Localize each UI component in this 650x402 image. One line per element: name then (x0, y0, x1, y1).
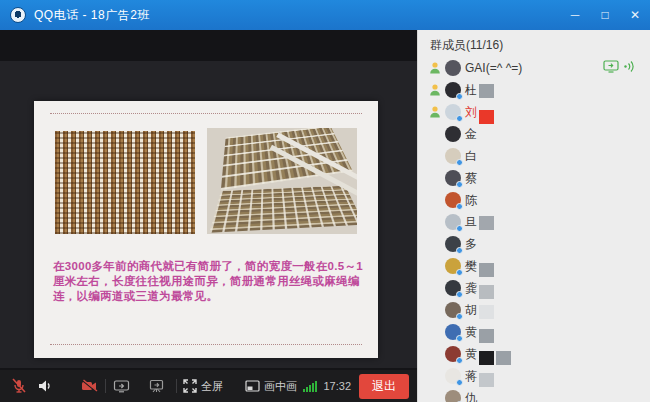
member-name: 胡 (465, 302, 477, 319)
maximize-button[interactable]: □ (590, 0, 620, 30)
avatar (445, 390, 461, 402)
avatar (445, 126, 461, 142)
member-row[interactable]: 白 (418, 145, 650, 167)
member-name: 白 (465, 148, 477, 165)
status-badge (456, 159, 463, 166)
in-call-person-icon (428, 83, 443, 98)
close-button[interactable]: ✕ (620, 0, 650, 30)
member-row[interactable]: 胡 (418, 299, 650, 321)
in-call-person-icon (428, 105, 443, 120)
screen-share-stage: 在3000多年前的商代就已有简册了，简的宽度一般在0.5～1厘米左右，长度往往视… (0, 30, 417, 402)
member-row[interactable]: 杜 (418, 79, 650, 101)
camera-off-icon[interactable] (80, 377, 99, 395)
whiteboard-icon[interactable] (147, 377, 166, 395)
avatar (445, 82, 461, 98)
fullscreen-icon (183, 379, 197, 393)
bamboo-book-image (207, 128, 357, 234)
member-row[interactable]: 樊 (418, 255, 650, 277)
slide-top-divider (50, 113, 362, 114)
minimize-button[interactable]: ─ (560, 0, 590, 30)
status-badge (456, 269, 463, 276)
member-row[interactable]: 刘 (418, 101, 650, 123)
avatar (445, 324, 461, 340)
qq-call-app-icon (10, 7, 26, 23)
window-controls: ─ □ ✕ (560, 0, 650, 30)
avatar (445, 258, 461, 274)
avatar (445, 60, 461, 76)
status-badge (456, 115, 463, 122)
member-row[interactable]: 陈 (418, 189, 650, 211)
member-name: 黄 (465, 346, 477, 363)
member-name: 陈 (465, 192, 477, 209)
member-row[interactable]: 金 (418, 123, 650, 145)
main-area: 在3000多年前的商代就已有简册了，简的宽度一般在0.5～1厘米左右，长度往往视… (0, 30, 650, 402)
avatar (445, 302, 461, 318)
redacted-name-block (479, 351, 494, 365)
qq-call-window: QQ电话 - 18广告2班 ─ □ ✕ 在3000多年前的商代就已有简册了，简的… (0, 0, 650, 402)
avatar (445, 192, 461, 208)
status-badge (456, 181, 463, 188)
redacted-name-block (479, 329, 494, 343)
redacted-name-block (479, 305, 494, 319)
redacted-name-block (496, 351, 511, 365)
member-row[interactable]: 蔡 (418, 167, 650, 189)
member-name: 杜 (465, 82, 477, 99)
status-badge (456, 313, 463, 320)
pip-button[interactable]: 画中画 (245, 379, 297, 394)
call-toolbar: 全屏 画中画 17:32 退出 (0, 370, 417, 402)
avatar (445, 236, 461, 252)
fullscreen-button[interactable]: 全屏 (183, 379, 223, 394)
redacted-name-block (479, 84, 494, 98)
avatar (445, 170, 461, 186)
window-title: QQ电话 - 18广告2班 (34, 7, 150, 24)
member-row[interactable]: 黄 (418, 343, 650, 365)
screen-sharing-icon (603, 60, 619, 76)
redacted-name-block (479, 285, 494, 299)
redacted-name-block (479, 263, 494, 277)
member-name: 刘 (465, 104, 477, 121)
member-name: 旦 (465, 214, 477, 231)
redacted-name-block (479, 110, 494, 124)
member-row[interactable]: 黄 (418, 321, 650, 343)
member-row[interactable]: 多 (418, 233, 650, 255)
signal-bars-icon (303, 380, 318, 392)
member-row[interactable]: 旦 (418, 211, 650, 233)
avatar (445, 280, 461, 296)
avatar (445, 368, 461, 384)
in-call-person-icon (428, 61, 443, 76)
status-badge (456, 291, 463, 298)
member-name: GAI(=^ ^=) (465, 61, 522, 75)
member-name: 蔡 (465, 170, 477, 187)
member-row[interactable]: GAI(=^ ^=) (418, 57, 650, 79)
slide-bottom-divider (50, 344, 362, 345)
status-badge (456, 225, 463, 232)
fullscreen-label: 全屏 (201, 379, 223, 394)
member-list: GAI(=^ ^=)杜刘金白蔡陈旦多樊龚胡黄黄蒋仇 (418, 57, 650, 402)
redacted-name-block (479, 216, 494, 230)
avatar (445, 148, 461, 164)
microphone-muted-icon[interactable] (10, 377, 28, 395)
titlebar: QQ电话 - 18广告2班 ─ □ ✕ (0, 0, 650, 30)
exit-call-button[interactable]: 退出 (359, 374, 409, 399)
speaking-audio-icon (623, 60, 636, 76)
status-badge (456, 247, 463, 254)
member-name: 多 (465, 236, 477, 253)
member-row[interactable]: 蒋 (418, 365, 650, 387)
bamboo-slips-image (55, 131, 195, 234)
status-badge (456, 335, 463, 342)
member-count-header: 群成员(11/16) (418, 30, 650, 57)
redacted-name-block (479, 373, 494, 387)
member-row[interactable]: 仇 (418, 387, 650, 402)
status-badge (456, 357, 463, 364)
member-name: 樊 (465, 258, 477, 275)
member-panel: 群成员(11/16) GAI(=^ ^=)杜刘金白蔡陈旦多樊龚胡黄黄蒋仇 (417, 30, 650, 402)
status-badge (456, 203, 463, 210)
avatar (445, 346, 461, 362)
member-name: 龚 (465, 280, 477, 297)
avatar (445, 104, 461, 120)
video-region: 在3000多年前的商代就已有简册了，简的宽度一般在0.5～1厘米左右，长度往往视… (0, 61, 417, 368)
member-row[interactable]: 龚 (418, 277, 650, 299)
screen-share-icon[interactable] (112, 377, 131, 395)
slide-body-text: 在3000多年前的商代就已有简册了，简的宽度一般在0.5～1厘米左右，长度往往视… (53, 259, 367, 304)
speaker-icon[interactable] (36, 377, 54, 395)
